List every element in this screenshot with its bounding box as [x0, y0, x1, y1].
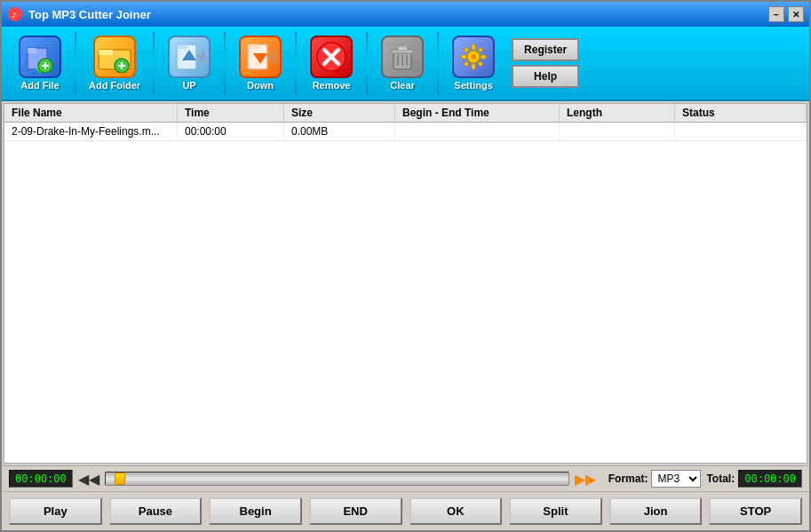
add-folder-icon	[93, 36, 136, 78]
col-header-filename: File Name	[4, 104, 178, 122]
svg-marker-20	[267, 48, 276, 66]
add-file-label: Add File	[20, 80, 59, 91]
svg-marker-16	[196, 48, 205, 66]
toolbar-sep-5	[366, 32, 368, 94]
settings-icon	[452, 36, 495, 78]
svg-rect-3	[28, 48, 36, 53]
app-icon: ♪	[7, 6, 23, 22]
settings-button[interactable]: Settings	[442, 32, 505, 94]
up-button[interactable]: UP	[158, 32, 220, 94]
svg-rect-19	[248, 44, 258, 49]
play-button[interactable]: Play	[9, 497, 102, 525]
svg-rect-36	[481, 55, 486, 59]
svg-rect-15	[177, 44, 187, 49]
remove-label: Remove	[313, 80, 351, 91]
file-table-area: File Name Time Size Begin - End Time Len…	[4, 103, 807, 464]
toolbar-sep-1	[75, 32, 76, 94]
main-window: ♪ Top MP3 Cutter Joiner − ✕	[0, 0, 811, 532]
col-header-begin-end: Begin - End Time	[395, 104, 560, 122]
down-label: Down	[247, 80, 274, 91]
settings-label: Settings	[454, 80, 492, 91]
split-button[interactable]: Split	[509, 497, 602, 525]
down-icon	[239, 36, 282, 78]
progress-area: 00:00:00 ◀◀ ▶▶ Format: MP3 WAV OGG WMA T…	[2, 465, 809, 491]
bottom-bar: Play Pause Begin END OK Split Jion STOP	[2, 491, 809, 530]
title-bar-left: ♪ Top MP3 Cutter Joiner	[7, 6, 151, 22]
ok-button[interactable]: OK	[409, 497, 503, 525]
close-button[interactable]: ✕	[788, 6, 804, 22]
svg-rect-40	[478, 61, 483, 67]
toolbar-sep-4	[295, 32, 297, 94]
help-button[interactable]: Help	[512, 65, 579, 88]
remove-button[interactable]: Remove	[300, 32, 362, 94]
up-icon	[168, 36, 211, 78]
svg-text:♪: ♪	[12, 9, 17, 20]
join-button[interactable]: Jion	[609, 497, 703, 525]
seek-prev-button[interactable]: ◀◀	[78, 471, 99, 488]
seek-next-button[interactable]: ▶▶	[575, 471, 596, 488]
clear-label: Clear	[390, 80, 415, 91]
add-file-button[interactable]: Add File	[9, 32, 71, 94]
clear-icon	[381, 36, 424, 78]
format-label: Format:	[608, 472, 648, 485]
svg-rect-37	[464, 47, 469, 52]
table-body: 2-09-Drake-In-My-Feelings.m... 00:00:00 …	[4, 123, 807, 463]
current-time-display: 00:00:00	[9, 470, 73, 488]
progress-thumb[interactable]	[115, 472, 125, 485]
svg-rect-33	[472, 44, 475, 50]
svg-rect-34	[472, 64, 475, 69]
svg-rect-38	[478, 47, 483, 52]
format-area: Format: MP3 WAV OGG WMA	[608, 470, 702, 488]
toolbar: Add File Add Folder	[2, 27, 809, 101]
svg-rect-39	[464, 61, 469, 67]
cell-begin-end	[395, 123, 560, 140]
total-area: Total: 00:00:00	[706, 470, 802, 488]
col-header-length: Length	[560, 104, 675, 122]
cell-length	[560, 123, 675, 140]
toolbar-sep-3	[224, 32, 226, 94]
title-bar: ♪ Top MP3 Cutter Joiner − ✕	[2, 2, 809, 27]
svg-rect-10	[99, 50, 113, 55]
add-folder-button[interactable]: Add Folder	[80, 32, 149, 94]
toolbar-sep-2	[153, 32, 155, 94]
cell-size: 0.00MB	[284, 123, 395, 140]
down-button[interactable]: Down	[229, 32, 291, 94]
cell-time: 00:00:00	[178, 123, 284, 140]
begin-button[interactable]: Begin	[209, 497, 302, 525]
pause-button[interactable]: Pause	[109, 497, 203, 525]
clear-button[interactable]: Clear	[371, 32, 433, 94]
svg-rect-27	[398, 46, 407, 51]
col-header-time: Time	[178, 104, 284, 122]
total-label: Total:	[706, 472, 735, 485]
stop-button[interactable]: STOP	[709, 497, 802, 525]
end-button[interactable]: END	[309, 497, 402, 525]
add-file-icon	[19, 36, 61, 78]
window-title: Top MP3 Cutter Joiner	[28, 8, 151, 21]
col-header-status: Status	[675, 104, 807, 122]
svg-point-32	[471, 54, 476, 60]
minimize-button[interactable]: −	[768, 6, 784, 22]
toolbar-sep-6	[437, 32, 439, 94]
title-bar-controls: − ✕	[768, 6, 804, 22]
cell-status	[675, 123, 807, 140]
col-header-size: Size	[284, 104, 395, 122]
up-label: UP	[182, 80, 195, 91]
cell-filename: 2-09-Drake-In-My-Feelings.m...	[4, 123, 178, 140]
total-time-display: 00:00:00	[738, 470, 802, 488]
table-row[interactable]: 2-09-Drake-In-My-Feelings.m... 00:00:00 …	[4, 123, 807, 141]
svg-rect-35	[461, 55, 466, 59]
table-header: File Name Time Size Begin - End Time Len…	[4, 104, 807, 123]
add-folder-label: Add Folder	[89, 80, 140, 91]
reg-help-area: Register Help	[512, 38, 579, 88]
remove-icon	[310, 36, 353, 78]
progress-track[interactable]	[105, 472, 569, 486]
register-button[interactable]: Register	[512, 38, 579, 61]
format-select[interactable]: MP3 WAV OGG WMA	[651, 470, 701, 488]
